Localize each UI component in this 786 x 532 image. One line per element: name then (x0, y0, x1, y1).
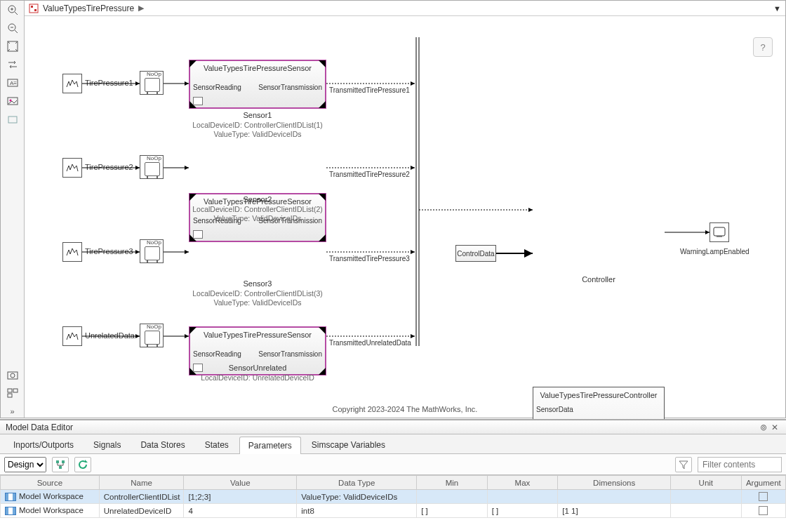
main-area: ValueTypesTirePressure ▶ ▼ ? TirePressur… (25, 1, 785, 418)
sensor1-block[interactable]: ValueTypesTirePressureSensor SensorReadi… (189, 60, 326, 109)
design-select[interactable]: Design (4, 457, 46, 472)
filter-icon[interactable] (675, 457, 692, 472)
tab-states[interactable]: States (196, 436, 238, 453)
svg-point-11 (9, 100, 11, 102)
wires (25, 16, 785, 418)
svg-rect-21 (714, 227, 725, 236)
minimize-icon[interactable]: ⊚ (758, 423, 769, 432)
app-shell: A≡ » ValueTypesTirePressure ▶ ▼ ? TirePr… (0, 0, 786, 418)
table-row[interactable]: Model Workspace ControllerClientIDList [… (1, 490, 786, 504)
sensor1-label: Sensor1 (189, 111, 326, 119)
tab-simscape[interactable]: Simscape Variables (302, 436, 394, 453)
breadcrumb-arrow-icon[interactable]: ▶ (138, 4, 144, 13)
tab-datastores[interactable]: Data Stores (131, 436, 194, 453)
swap-icon[interactable] (6, 58, 19, 71)
help-button[interactable]: ? (753, 37, 773, 57)
left-toolbar: A≡ » (1, 1, 25, 418)
svg-line-5 (15, 30, 18, 33)
filter-input[interactable] (698, 457, 782, 472)
rect-icon[interactable] (6, 113, 19, 126)
svg-rect-43 (59, 466, 62, 469)
svg-rect-19 (31, 6, 33, 8)
snapshot-icon[interactable] (6, 368, 19, 381)
mde-tabs: Inports/Outports Signals Data Stores Sta… (0, 434, 786, 454)
collapse-icon[interactable]: » (6, 405, 19, 418)
mde-title: Model Data Editor (6, 423, 73, 432)
wire-label-t3: TransmittedTirePressure3 (329, 255, 410, 262)
sensor-unrelated-sub: LocalDeviceID: UnrelatedDeviceID (173, 373, 342, 383)
hierarchy-icon[interactable] (52, 457, 69, 472)
tab-inports[interactable]: Inports/Outports (4, 436, 83, 453)
zoom-in-icon[interactable] (6, 4, 19, 16)
model-icon (29, 4, 39, 13)
table-header: SourceNameValue Data TypeMinMax Dimensio… (1, 476, 786, 490)
diagram-canvas[interactable]: ? TirePressure1 ValueTypesTirePressureSe… (25, 16, 785, 418)
checkbox[interactable] (759, 506, 768, 515)
svg-rect-15 (8, 389, 12, 392)
svg-rect-20 (34, 9, 36, 11)
svg-rect-18 (29, 4, 38, 13)
svg-text:A≡: A≡ (10, 80, 17, 86)
noop-block-3[interactable] (140, 239, 164, 263)
model-data-editor: Model Data Editor ⊚ ✕ Inports/Outports S… (0, 419, 786, 532)
sensor3-label: Sensor3 (189, 279, 326, 288)
workspace-icon (5, 493, 16, 501)
model-explorer-icon[interactable] (6, 387, 19, 399)
wire-label-t1: TransmittedTirePressure1 (329, 86, 410, 94)
tab-signals[interactable]: Signals (84, 436, 130, 453)
signal-source-icon (65, 246, 79, 258)
fit-view-icon[interactable] (6, 40, 19, 53)
noop-block-1[interactable] (140, 71, 164, 95)
breadcrumb-title[interactable]: ValueTypesTirePressure (43, 4, 134, 13)
svg-point-14 (11, 373, 15, 378)
breadcrumb-bar: ValueTypesTirePressure ▶ ▼ (25, 1, 785, 16)
noop-block-4[interactable] (140, 324, 164, 347)
svg-line-1 (15, 12, 18, 15)
signal-source-icon (65, 77, 79, 90)
mde-toolbar: Design (0, 454, 786, 475)
scope-icon (712, 226, 726, 239)
copyright: Copyright 2023-2024 The MathWorks, Inc. (25, 405, 785, 413)
svg-rect-17 (8, 394, 12, 397)
mde-table: SourceNameValue Data TypeMinMax Dimensio… (0, 475, 786, 518)
link-icon (193, 97, 203, 105)
svg-rect-41 (56, 460, 59, 463)
image-icon[interactable] (6, 95, 19, 107)
mde-header: Model Data Editor ⊚ ✕ (0, 420, 786, 434)
controldata-block[interactable]: ControlData (455, 245, 496, 262)
sensor1-sub: LocalDeviceID: ControllerClientIDList(1)… (173, 121, 342, 139)
source-unrelateddata[interactable]: UnrelatedData (62, 326, 82, 346)
tab-parameters[interactable]: Parameters (239, 437, 301, 454)
scope-block[interactable] (710, 222, 729, 242)
refresh-icon[interactable] (74, 457, 91, 472)
close-icon[interactable]: ✕ (769, 423, 780, 432)
svg-rect-16 (13, 389, 18, 392)
sensor2-sub: LocalDeviceID: ControllerClientIDList(2)… (173, 205, 342, 223)
zoom-out-icon[interactable] (6, 22, 19, 34)
source-tirepressure1[interactable]: TirePressure1 (62, 74, 82, 93)
signal-source-icon (65, 330, 79, 343)
wire-label-tu: TransmittedUnrelatedData (329, 339, 411, 347)
sensor3-sub: LocalDeviceID: ControllerClientIDList(3)… (173, 289, 342, 307)
source-tirepressure3[interactable]: TirePressure3 (62, 242, 82, 262)
workspace-icon (5, 507, 16, 515)
checkbox[interactable] (759, 492, 768, 501)
table-row[interactable]: Model Workspace UnrelatedDeviceID 4 int8… (1, 504, 786, 518)
sensor2-label: Sensor2 (189, 195, 326, 204)
controller-label: Controller (533, 275, 665, 284)
breadcrumb-dropdown-icon[interactable]: ▼ (773, 4, 781, 13)
noop-block-2[interactable] (140, 155, 164, 179)
annotation-icon[interactable]: A≡ (6, 77, 19, 89)
source-tirepressure2[interactable]: TirePressure2 (62, 158, 82, 178)
signal-source-icon (65, 161, 79, 174)
link-icon (193, 230, 203, 239)
svg-rect-42 (62, 460, 65, 463)
scope-label: WarningLampEnabled (680, 248, 750, 255)
wire-label-t2: TransmittedTirePressure2 (329, 171, 410, 178)
svg-rect-12 (8, 117, 17, 123)
sensor-unrelated-label: SensorUnrelated (189, 364, 326, 372)
